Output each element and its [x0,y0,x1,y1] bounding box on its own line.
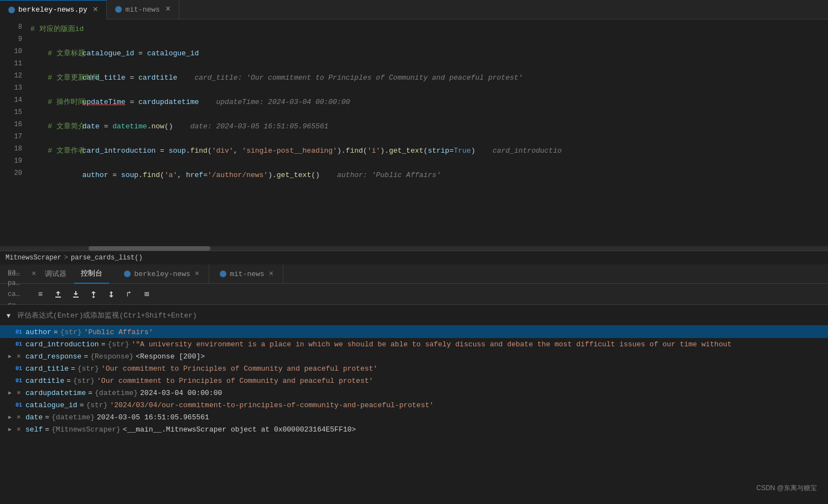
python-icon-3 [124,271,131,277]
line-num-13: 13 [0,84,22,92]
debugger-tab-label: 调试器 [45,269,66,279]
berkeley-close[interactable]: × [194,269,200,278]
code-lines-container: 8 # 对应的版面id 9 catalogue_id = catalogue_i… [30,20,828,184]
code-line-14: 14 # 操作时间 [30,96,828,108]
var-name-card-title: card_title [25,365,69,373]
var-type-icon-card-title: 01 [14,364,23,373]
var-type-cardupdatetime: {datetime} [95,389,138,397]
var-type-icon-date: ≡ [14,413,23,422]
var-row-card-intro[interactable]: 01 card_introduction = {str} '"A univers… [0,338,828,350]
editor-tab-bar: berkeley-news.py × mit-news × [0,0,828,19]
side-label-pars2: pars [6,278,25,288]
var-value-catalogue-id: '2024/03/04/our-commitment-to-principles… [110,401,433,409]
code-line-17: 17 card_introduction = soup.find('div', … [30,133,828,145]
var-row-date[interactable]: ▶ ≡ date = {datetime} 2024-03-05 16:51:0… [0,411,828,423]
tab-berkeley-news[interactable]: berkeley-news.py × [0,0,107,19]
var-type-icon-catalogue-id: 01 [14,401,23,409]
scrollbar-thumb[interactable] [89,246,210,251]
close-icon-2[interactable]: × [165,4,171,14]
debug-input-area: ▾ 评估表达式(Enter)或添加监视(Ctrl+Shift+Enter) [0,305,828,326]
var-type-card-title: {str} [77,365,99,373]
var-row-author[interactable]: 01 author = {str} 'Public Affairs' [0,326,828,338]
code-line-8: 8 # 对应的版面id [30,23,828,35]
adapters-close[interactable]: × [30,269,37,278]
var-value-cardtitle: 'Our commitment to Principles of Communi… [97,377,373,385]
debug-btn-continue[interactable] [105,288,118,301]
var-name-card-response: card_response [25,352,81,361]
var-row-catalogue-id[interactable]: 01 catalogue_id = {str} '2024/03/04/our-… [0,399,828,411]
debug-btn-step-out[interactable] [87,288,100,301]
debug-chevron[interactable]: ▾ [6,309,12,321]
var-value-date: 2024-03-05 16:51:05.965561 [97,413,209,422]
var-value-card-title: 'Our commitment to Principles of Communi… [101,365,377,373]
var-value-cardupdatetime: 2024-03-04 00:00:00 [140,389,222,397]
debug-btn-menu[interactable]: ≡ [34,288,47,301]
debug-btn-restart[interactable]: ↱ [122,288,136,301]
debug-tabs-row: 调试器 控制台 [38,264,109,284]
var-type-icon-self: ≡ [14,425,23,434]
tab-debugger[interactable]: 调试器 [38,264,73,284]
expand-icon-date: ▶ [6,414,14,420]
var-type-card-response: {Response} [90,352,133,361]
python-icon [8,7,15,13]
close-icon[interactable]: × [93,5,99,15]
var-type-cardtitle: {str} [73,377,95,385]
debug-tab-bar: adapters × 调试器 控制台 berkeley-news × mit-n… [0,264,828,284]
line-num-18: 18 [0,145,22,153]
var-row-cardupdatetime[interactable]: ▶ ≡ cardupdatetime = {datetime} 2024-03-… [0,387,828,399]
line-num-10: 10 [0,48,22,55]
var-name-author: author [25,328,51,336]
tab-berkeley-news-label: berkeley-news.py [18,6,87,14]
tab-console[interactable]: 控制台 [74,264,109,284]
var-row-self[interactable]: ▶ ≡ self = {MitnewsScraper} <__main__.Mi… [0,423,828,435]
code-line-9: 9 catalogue_id = catalogue_id [30,35,828,48]
breadcrumb-part2: parse_cards_list() [71,254,143,262]
mit-close[interactable]: × [268,269,275,278]
code-line-12: 12 # 文章更新时间 [30,72,828,84]
horizontal-scrollbar[interactable] [0,246,828,251]
var-row-card-title[interactable]: 01 card_title = {str} 'Our commitment to… [0,362,828,375]
line-num-15: 15 [0,108,22,116]
breadcrumb-part1: MitnewsScraper [6,254,61,262]
var-type-self: {MitnewsScraper} [51,425,121,434]
var-value-author: 'Public Affairs' [84,328,153,336]
code-line-18: 18 # 文章作者 [30,145,828,157]
var-row-cardtitle[interactable]: 01 cardtitle = {str} 'Our commitment to … [0,375,828,387]
line-num-12: 12 [0,72,22,80]
breadcrumb: MitnewsScraper > parse_cards_list() [0,251,828,264]
line-num-8: 8 [0,23,22,31]
code-line-13: 13 updateTime = cardupdatetime updateTim… [30,84,828,96]
var-row-card-response[interactable]: ▶ ≡ card_response = {Response} <Response… [0,350,828,362]
variables-panel: 01 author = {str} 'Public Affairs' 01 ca… [0,326,828,489]
var-eq-self: = [45,425,49,434]
debug-btn-step-into[interactable] [69,288,82,301]
python-icon-4 [220,271,226,277]
var-type-card-intro: {str} [107,340,129,349]
var-eq-card-title: = [71,365,75,373]
var-type-date: {datetime} [51,413,95,422]
debug-btn-table[interactable]: ⊞ [140,288,153,301]
var-eq-card-response: = [84,352,88,361]
var-type-catalogue-id: {str} [86,401,107,409]
var-name-self: self [25,425,43,434]
tab-mit-news[interactable]: mit-news × [107,0,179,19]
debug-tab-berkeley[interactable]: berkeley-news × [116,264,209,284]
line-num-11: 11 [0,60,22,67]
code-line-15: 15 date = datetime.now() date: 2024-03-0… [30,108,828,121]
var-eq-catalogue-id: = [80,401,84,409]
var-type-icon-card-response: ≡ [14,352,23,361]
var-value-card-response: <Response [200]> [136,352,205,361]
code-line-10: 10 # 文章标题 [30,48,828,60]
code-editor: 8 # 对应的版面id 9 catalogue_id = catalogue_i… [0,19,828,246]
var-type-author: {str} [60,328,82,336]
debug-btn-step-over[interactable] [51,288,65,301]
code-line-20: 20 [30,169,828,181]
code-line-11: 11 card_title = cardtitle card_title: 'O… [30,60,828,72]
var-type-icon-card-intro: 01 [14,340,23,349]
watermark: CSDN @东离与糖宝 [756,484,817,493]
var-type-icon-cardtitle: 01 [14,376,23,385]
line-num-16: 16 [0,121,22,128]
debug-file-tabs: berkeley-news × mit-news × [116,264,283,284]
debug-tab-mit[interactable]: mit-news × [211,264,283,284]
expand-icon-self: ▶ [6,426,14,433]
